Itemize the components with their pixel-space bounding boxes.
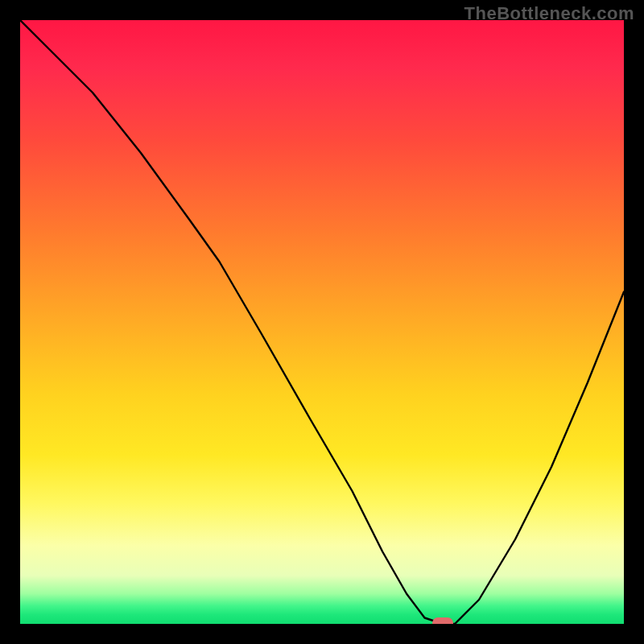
optimal-marker [432, 617, 453, 624]
bottleneck-curve [20, 20, 624, 624]
chart-container: TheBottleneck.com [0, 0, 644, 644]
plot-area [20, 20, 624, 624]
curve-path [20, 20, 624, 624]
